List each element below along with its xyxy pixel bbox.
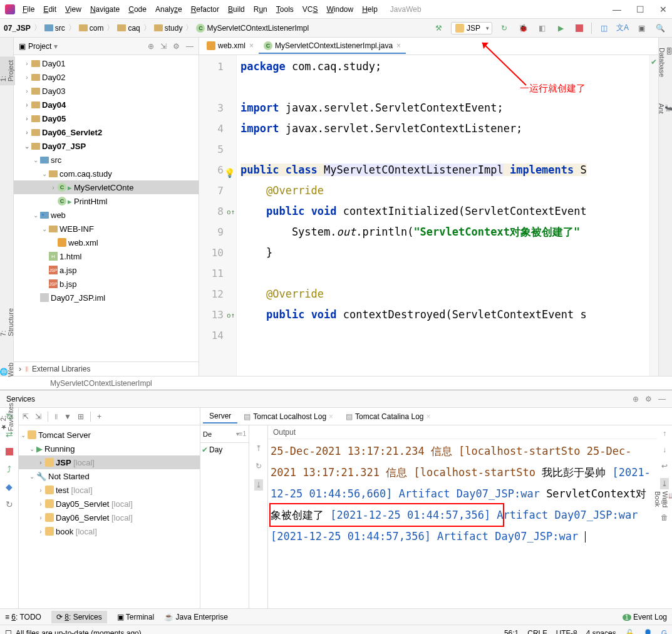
svc-notstarted[interactable]: ⌄🔧Not Started bbox=[19, 469, 200, 483]
svc-refresh-button[interactable]: ↻ bbox=[3, 498, 16, 511]
services-tab[interactable]: ⟳ 8: Services bbox=[51, 611, 107, 623]
gear-icon[interactable]: ⚙ bbox=[173, 42, 180, 51]
project-title[interactable]: Project bbox=[28, 42, 51, 51]
svc-filter-icon[interactable]: ▼ bbox=[64, 412, 71, 421]
tree-webinf[interactable]: ⌄WEB-INF bbox=[14, 222, 199, 236]
services-gear-icon[interactable]: ⚙ bbox=[645, 395, 652, 403]
maximize-button[interactable]: ☐ bbox=[636, 4, 644, 14]
bulb-icon[interactable]: 💡 bbox=[224, 163, 235, 184]
menu-help[interactable]: Help bbox=[362, 5, 378, 14]
menu-view[interactable]: View bbox=[65, 5, 81, 14]
structure-tool-tab[interactable]: 7: Structure bbox=[0, 304, 15, 340]
console-output[interactable]: 25-Dec-2021 13:17:21.234 信息 [localhost-s… bbox=[268, 439, 657, 608]
tree-day04[interactable]: ›Day04 bbox=[14, 98, 199, 112]
services-tree[interactable]: ⌄Tomcat Server ⌄▶Running ›JSP [local] ⌄🔧… bbox=[19, 425, 200, 608]
tab-webxml[interactable]: web.xml× bbox=[202, 39, 259, 54]
svc-tomcat-root[interactable]: ⌄Tomcat Server bbox=[19, 428, 200, 442]
menu-refactor[interactable]: Refactor bbox=[191, 5, 219, 14]
ant-tool-tab[interactable]: 🐜 Ant bbox=[657, 100, 672, 118]
bc-caq[interactable]: caq bbox=[117, 24, 140, 33]
con-down-icon[interactable]: ↻ bbox=[256, 462, 262, 470]
hide-icon[interactable]: — bbox=[186, 42, 194, 51]
tree-webxml[interactable]: web.xml bbox=[14, 236, 199, 249]
svc-expand-icon[interactable]: ⇱ bbox=[23, 412, 29, 421]
svc-add-icon[interactable]: + bbox=[97, 412, 101, 421]
search-icon[interactable]: 🔍 bbox=[653, 21, 667, 35]
svc-group-icon[interactable]: ⫴ bbox=[54, 412, 58, 421]
tree-1html[interactable]: H1.html bbox=[14, 249, 199, 263]
menu-vcs[interactable]: VCS bbox=[302, 5, 318, 14]
svc-tool2-button[interactable]: ◆ bbox=[3, 481, 16, 493]
localhost-log-tab[interactable]: ▤Tomcat Localhost Log× bbox=[237, 410, 339, 423]
svc-stop-button[interactable] bbox=[3, 445, 16, 458]
close-button[interactable]: ✕ bbox=[659, 4, 667, 14]
tree-day03[interactable]: ›Day03 bbox=[14, 84, 199, 98]
tree-bjsp[interactable]: JSPb.jsp bbox=[14, 277, 199, 291]
update-button[interactable]: ◫ bbox=[597, 21, 611, 35]
terminal-tab[interactable]: ▣ Terminal bbox=[117, 613, 154, 621]
status-eol[interactable]: CRLF bbox=[527, 629, 547, 635]
external-libraries[interactable]: ›⫴External Libraries bbox=[14, 361, 199, 376]
tree-day06[interactable]: ›Day06_Servlet2 bbox=[14, 125, 199, 139]
tab-listener[interactable]: CMyServletCOntextListenerImpl.java× bbox=[259, 39, 406, 54]
con-down2-icon[interactable]: ↓ bbox=[663, 445, 666, 454]
svc-layout-icon[interactable]: ⊞ bbox=[78, 412, 84, 421]
con-up-icon[interactable]: ⤒ bbox=[256, 444, 262, 453]
server-tab[interactable]: Server bbox=[203, 410, 237, 424]
bc-study[interactable]: study bbox=[154, 24, 183, 33]
database-tool-tab[interactable]: 🗄 Database bbox=[658, 44, 673, 81]
run-config-select[interactable]: JSP bbox=[451, 22, 492, 34]
svc-d6[interactable]: ›Day06_Servlet [local] bbox=[19, 511, 200, 524]
minimize-button[interactable]: — bbox=[613, 4, 621, 14]
menu-tools[interactable]: Tools bbox=[276, 5, 294, 14]
close-tab-icon[interactable]: × bbox=[249, 41, 254, 50]
status-man-icon[interactable]: 👤 bbox=[643, 629, 653, 635]
target-icon[interactable]: ⊕ bbox=[148, 42, 154, 51]
services-target-icon[interactable]: ⊕ bbox=[633, 395, 639, 403]
tree-src[interactable]: ⌄src bbox=[14, 153, 199, 167]
bc-src[interactable]: src bbox=[44, 24, 65, 33]
menu-code[interactable]: Code bbox=[128, 5, 147, 14]
web-tool-tab[interactable]: 🌐 Web bbox=[0, 359, 15, 380]
coverage-button[interactable]: ◧ bbox=[535, 21, 549, 35]
chrome-icon[interactable]: G bbox=[661, 629, 667, 635]
event-log-tab[interactable]: 1 Event Log bbox=[623, 613, 667, 621]
status-indent[interactable]: 4 spaces bbox=[586, 629, 616, 635]
svc-jsp[interactable]: ›JSP [local] bbox=[19, 455, 200, 469]
con-scroll-icon[interactable]: ⤓ bbox=[254, 479, 263, 491]
svc-book[interactable]: ›book [local] bbox=[19, 524, 200, 538]
override-icon[interactable]: o↑ bbox=[227, 202, 235, 222]
svc-d5[interactable]: ›Day05_Servlet [local] bbox=[19, 497, 200, 511]
favorites-tool-tab[interactable]: ★ 2: Favorites bbox=[0, 399, 15, 435]
con-export-icon[interactable]: ⤓ bbox=[660, 478, 669, 489]
con-up2-icon[interactable]: ↑ bbox=[663, 429, 666, 438]
debug-button[interactable]: 🐞 bbox=[516, 21, 530, 35]
menu-run[interactable]: Run bbox=[254, 5, 267, 14]
project-tool-tab[interactable]: 1: Project bbox=[0, 56, 15, 85]
bc-root[interactable]: 07_JSP bbox=[4, 24, 31, 33]
menu-build[interactable]: Build bbox=[228, 5, 245, 14]
hammer-icon[interactable]: ⚒ bbox=[432, 21, 446, 35]
translate-icon[interactable]: 文A bbox=[616, 21, 629, 35]
profile-button[interactable]: ▶ bbox=[554, 21, 567, 35]
svc-test[interactable]: ›test [local] bbox=[19, 483, 200, 497]
stop-button[interactable] bbox=[572, 21, 586, 35]
display-icon[interactable]: ▣ bbox=[634, 21, 648, 35]
run-button[interactable]: ↻ bbox=[497, 21, 511, 35]
menu-analyze[interactable]: Analyze bbox=[155, 5, 182, 14]
bc-class[interactable]: CMyServletCOntextListenerImpl bbox=[196, 24, 309, 33]
dep-item[interactable]: ✔Day bbox=[200, 443, 249, 457]
expand-icon[interactable]: ⇲ bbox=[160, 42, 167, 51]
menu-file[interactable]: File bbox=[23, 5, 34, 14]
java-ee-tab[interactable]: ☕ Java Enterprise bbox=[164, 613, 228, 621]
con-print-icon[interactable]: 🖶 bbox=[661, 497, 668, 506]
override-icon[interactable]: o↑ bbox=[227, 305, 235, 326]
close-tab-icon[interactable]: × bbox=[396, 41, 401, 50]
con-wrap-icon[interactable]: ↩ bbox=[661, 462, 668, 470]
status-enc[interactable]: UTF-8 bbox=[556, 629, 577, 635]
svc-running[interactable]: ⌄▶Running bbox=[19, 442, 200, 455]
menu-navigate[interactable]: Navigate bbox=[90, 5, 120, 14]
con-trash-icon[interactable]: 🗑 bbox=[661, 513, 668, 522]
tree-web[interactable]: ⌄●web bbox=[14, 208, 199, 222]
editor-marker-bar[interactable]: ✔ bbox=[649, 55, 658, 376]
